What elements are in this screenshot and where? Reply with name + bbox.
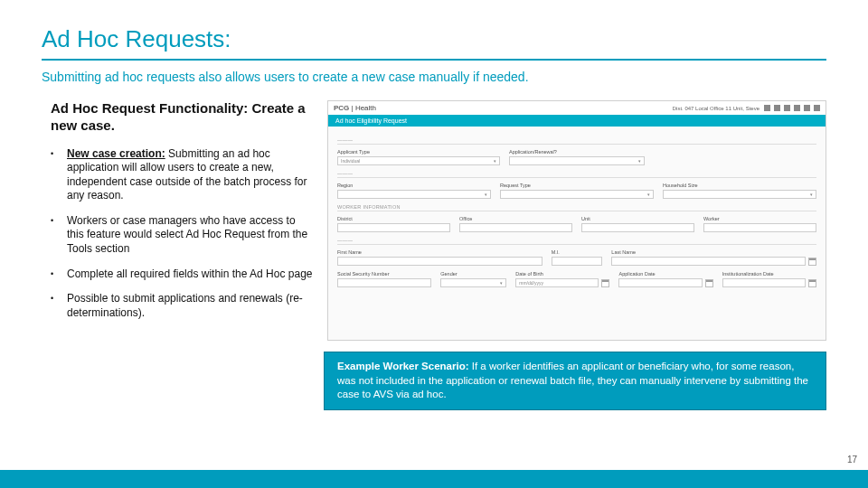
- page-title: Ad Hoc Requests:: [42, 25, 826, 61]
- nav-icon[interactable]: [794, 105, 800, 111]
- ssn-input[interactable]: [337, 278, 431, 287]
- bullet-item: • Workers or case managers who have acce…: [51, 214, 315, 257]
- field-label: Region: [337, 183, 491, 188]
- field-label: Gender: [440, 271, 506, 277]
- field-label: Application Date: [618, 271, 712, 277]
- nav-icon[interactable]: [784, 105, 790, 111]
- footer-bar: [0, 470, 868, 488]
- scenario-callout: Example Worker Scenario: If a worker ide…: [324, 352, 826, 410]
- field-label: Request Type: [500, 183, 654, 188]
- field-label: District: [337, 216, 450, 221]
- field-label: Social Security Number: [337, 271, 431, 277]
- plus-icon[interactable]: [808, 258, 816, 266]
- field-label: Worker: [703, 216, 816, 221]
- nav-icon[interactable]: [804, 105, 810, 111]
- brand-logo: PCG | Health: [334, 104, 376, 112]
- first-name-input[interactable]: [337, 257, 542, 266]
- page-number: 17: [847, 455, 857, 465]
- section-header: ———: [337, 137, 816, 145]
- field-label: Office: [459, 216, 572, 221]
- field-label: First Name: [337, 249, 542, 255]
- app-screenshot: PCG | Health Dist. 047 Local Office 11 U…: [327, 100, 826, 341]
- region-select[interactable]: [337, 190, 491, 199]
- last-name-input[interactable]: [611, 257, 806, 266]
- bullet-item: • New case creation: Submitting an ad ho…: [51, 147, 315, 203]
- bullet-item: • Complete all required fields within th…: [51, 267, 315, 282]
- section-header: WORKER INFORMATION: [337, 204, 816, 211]
- inst-date-input[interactable]: [722, 278, 806, 287]
- office-input[interactable]: [459, 223, 572, 232]
- calendar-icon[interactable]: [808, 279, 816, 287]
- gender-select[interactable]: [440, 278, 506, 287]
- left-heading: Ad Hoc Request Functionality: Create a n…: [51, 100, 315, 135]
- field-label: Date of Birth: [515, 271, 609, 277]
- field-label: Applicant Type: [337, 149, 500, 155]
- app-date-input[interactable]: [618, 278, 702, 287]
- section-header: ———: [337, 238, 816, 245]
- mi-input[interactable]: [552, 257, 603, 266]
- worker-input[interactable]: [703, 223, 816, 232]
- bullet-item: • Possible to submit applications and re…: [51, 292, 315, 320]
- field-label: Unit: [581, 216, 694, 221]
- district-input[interactable]: [337, 223, 450, 232]
- field-label: M.I.: [552, 249, 603, 255]
- user-label: Dist. 047 Local Office 11 Unit, Steve: [673, 106, 760, 111]
- calendar-icon[interactable]: [601, 279, 609, 287]
- field-label: Application/Renewal?: [509, 149, 645, 155]
- unit-input[interactable]: [581, 223, 694, 232]
- household-size-select[interactable]: [663, 190, 816, 199]
- field-label: Institutionalization Date: [722, 271, 816, 277]
- field-label: Last Name: [611, 249, 816, 255]
- application-renewal-select[interactable]: [509, 156, 645, 165]
- nav-icon[interactable]: [774, 105, 780, 111]
- calendar-icon[interactable]: [705, 279, 713, 287]
- request-type-select[interactable]: [500, 190, 654, 199]
- section-header: ———: [337, 171, 816, 178]
- nav-icon[interactable]: [814, 105, 820, 111]
- dob-input[interactable]: mm/dd/yyyy: [515, 278, 599, 287]
- applicant-type-select[interactable]: Individual: [337, 156, 500, 165]
- nav-icon[interactable]: [764, 105, 770, 111]
- field-label: Household Size: [663, 183, 816, 188]
- page-subtitle: Submitting ad hoc requests also allows u…: [42, 70, 826, 84]
- screenshot-bar-title: Ad hoc Eligibility Request: [328, 115, 826, 127]
